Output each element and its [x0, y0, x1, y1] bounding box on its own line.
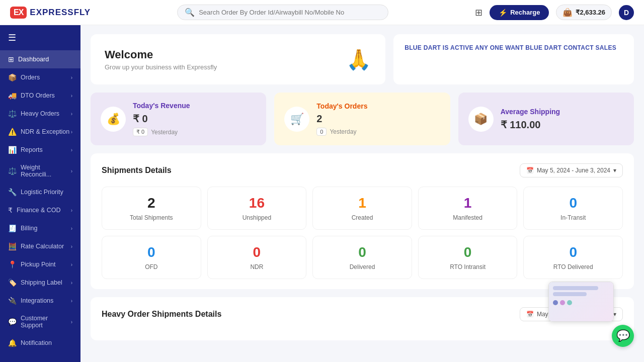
- shipment-label-7: Delivered: [319, 263, 406, 270]
- revenue-info: Today's Revenue ₹ 0 ₹ 0 Yesterday: [133, 102, 190, 136]
- sidebar-item-left-14: 💬 Customer Support: [8, 315, 71, 329]
- sidebar-item-logistic-priority[interactable]: 🔧 Logistic Priority: [0, 183, 80, 201]
- orders-icon-wrap: 🛒: [284, 107, 309, 132]
- sidebar-chevron-9: ›: [71, 226, 72, 231]
- shipment-grid: 2 Total Shipments 16 Unshipped 1 Created…: [102, 187, 623, 279]
- orders-yesterday: 0 Yesterday: [316, 128, 367, 136]
- mini-line-2: [553, 292, 587, 296]
- shipment-card-unshipped: 16 Unshipped: [207, 187, 307, 230]
- recharge-button[interactable]: ⚡ Recharge: [490, 5, 549, 20]
- sidebar-item-finance---cod[interactable]: ₹ Finance & COD ›: [0, 201, 80, 219]
- sidebar-item-notification[interactable]: 🔔 Notification: [0, 334, 80, 352]
- sidebar-icon-12: 🏷️: [8, 279, 17, 287]
- revenue-value: ₹ 0: [133, 113, 190, 125]
- sidebar-label-9: Billing: [21, 225, 37, 232]
- whatsapp-button[interactable]: 💬: [612, 325, 634, 347]
- shipment-card-rto-delivered: 0 RTO Delivered: [523, 236, 623, 279]
- shipment-num-6: 0: [214, 244, 300, 260]
- sidebar-icon-0: ⊞: [8, 55, 14, 63]
- sidebar-label-12: Shipping Label: [21, 279, 62, 286]
- search-input[interactable]: [199, 9, 381, 16]
- shipment-label-3: Manifested: [425, 214, 511, 221]
- chevron-down-icon: ▾: [613, 167, 616, 174]
- main-layout: ☰ ⊞ Dashboard 📦 Orders › 🚚 DTO Orders › …: [0, 25, 644, 362]
- shipment-num-2: 1: [319, 195, 406, 211]
- mini-overlay-content: [549, 282, 613, 321]
- shipping-info: Average Shipping ₹ 110.00: [501, 108, 560, 131]
- sidebar-item-weight-reconcili---[interactable]: ⚖️ Weight Reconcili... ›: [0, 159, 80, 183]
- recharge-label: Recharge: [510, 9, 540, 16]
- logo-box: EX: [10, 7, 27, 19]
- sidebar-item-left-6: ⚖️ Weight Reconcili...: [8, 164, 71, 178]
- shipment-num-7: 0: [319, 244, 406, 260]
- sidebar-hamburger[interactable]: ☰: [0, 25, 80, 50]
- stat-card-revenue: 💰 Today's Revenue ₹ 0 ₹ 0 Yesterday: [91, 93, 266, 145]
- user-initial: D: [624, 9, 629, 17]
- sidebar-item-left-9: 🧾 Billing: [8, 224, 37, 232]
- sidebar-item-reports[interactable]: 📊 Reports ›: [0, 141, 80, 159]
- heavy-calendar-icon: 📅: [526, 311, 534, 318]
- shipping-icon: 📦: [474, 113, 488, 126]
- stat-card-shipping: 📦 Average Shipping ₹ 110.00: [458, 93, 634, 145]
- sidebar-item-integrations[interactable]: 🔌 Integrations ›: [0, 292, 80, 310]
- sidebar-item-dto-orders[interactable]: 🚚 DTO Orders ›: [0, 86, 80, 105]
- shipment-label-4: In-Transit: [530, 214, 616, 221]
- revenue-yesterday: ₹ 0 Yesterday: [133, 128, 190, 136]
- sidebar-label-3: Heavy Orders: [21, 110, 59, 117]
- sidebar-label-7: Logistic Priority: [21, 189, 63, 196]
- sidebar-item-left-15: 🔔 Notification: [8, 339, 52, 347]
- shipment-date-picker[interactable]: 📅 May 5, 2024 - June 3, 2024 ▾: [520, 163, 623, 177]
- welcome-icon: 🙏: [346, 48, 371, 71]
- shipment-label-0: Total Shipments: [108, 214, 195, 221]
- sidebar-item-ndr---exception[interactable]: ⚠️ NDR & Exception ›: [0, 123, 80, 141]
- sidebar-item-left-12: 🏷️ Shipping Label: [8, 279, 62, 287]
- sidebar: ☰ ⊞ Dashboard 📦 Orders › 🚚 DTO Orders › …: [0, 25, 80, 362]
- sidebar-chevron-5: ›: [71, 147, 72, 153]
- revenue-icon: 💰: [107, 113, 120, 126]
- welcome-text: Welcome Grow up your business with Expre…: [105, 48, 217, 71]
- shipment-label-5: OFD: [108, 263, 195, 270]
- nav-right: ⊞ ⚡ Recharge 👜 ₹2,633.26 D: [475, 5, 634, 20]
- sidebar-chevron-6: ›: [71, 168, 72, 174]
- sidebar-item-heavy-orders[interactable]: ⚖️ Heavy Orders ›: [0, 105, 80, 123]
- orders-yesterday-label: Yesterday: [330, 128, 356, 135]
- sidebar-item-left-2: 🚚 DTO Orders: [8, 92, 55, 100]
- sidebar-icon-4: ⚠️: [8, 128, 17, 136]
- revenue-yesterday-label: Yesterday: [151, 129, 178, 136]
- sidebar-item-rate-calculator[interactable]: 🧮 Rate Calculator ›: [0, 237, 80, 255]
- sidebar-item-customer-support[interactable]: 💬 Customer Support ›: [0, 310, 80, 334]
- topnav: EX EXPRESSFLY 🔍 ⊞ ⚡ Recharge 👜 ₹2,633.26…: [0, 0, 644, 25]
- shipment-label-6: NDR: [214, 263, 300, 270]
- logo-ex-text: EX: [14, 8, 23, 17]
- sidebar-chevron-11: ›: [71, 262, 72, 267]
- sidebar-item-pickup-point[interactable]: 📍 Pickup Point ›: [0, 255, 80, 274]
- sidebar-label-14: Customer Support: [21, 315, 71, 329]
- sidebar-label-8: Finance & COD: [17, 207, 61, 214]
- wallet-amount: ₹2,633.26: [576, 9, 605, 16]
- sidebar-item-shipping-label[interactable]: 🏷️ Shipping Label ›: [0, 274, 80, 292]
- sidebar-label-10: Rate Calculator: [21, 243, 64, 250]
- sidebar-item-dashboard[interactable]: ⊞ Dashboard: [0, 50, 80, 68]
- sidebar-chevron-13: ›: [71, 298, 72, 304]
- sidebar-item-left-11: 📍 Pickup Point: [8, 260, 55, 268]
- bolt-icon: ⚡: [499, 9, 507, 17]
- welcome-title: Welcome: [105, 48, 217, 61]
- sidebar-icon-7: 🔧: [8, 188, 17, 196]
- user-avatar[interactable]: D: [619, 5, 634, 20]
- sidebar-item-left-10: 🧮 Rate Calculator: [8, 242, 64, 250]
- sidebar-item-orders[interactable]: 📦 Orders ›: [0, 68, 80, 86]
- grid-icon[interactable]: ⊞: [475, 7, 482, 18]
- shipment-num-1: 16: [214, 195, 300, 211]
- stats-row: 💰 Today's Revenue ₹ 0 ₹ 0 Yesterday 🛒: [91, 93, 634, 145]
- shipment-card-total-shipments: 2 Total Shipments: [102, 187, 201, 230]
- sidebar-icon-11: 📍: [8, 260, 17, 268]
- sidebar-item-left-5: 📊 Reports: [8, 146, 43, 154]
- sidebar-item-left-4: ⚠️ NDR & Exception: [8, 128, 69, 136]
- sidebar-chevron-10: ›: [71, 244, 72, 249]
- orders-value: 2: [316, 113, 367, 125]
- sidebar-icon-5: 📊: [8, 146, 17, 154]
- orders-badge: 0: [316, 128, 327, 136]
- shipment-label-1: Unshipped: [214, 214, 300, 221]
- search-bar[interactable]: 🔍: [177, 5, 388, 20]
- sidebar-item-billing[interactable]: 🧾 Billing ›: [0, 219, 80, 237]
